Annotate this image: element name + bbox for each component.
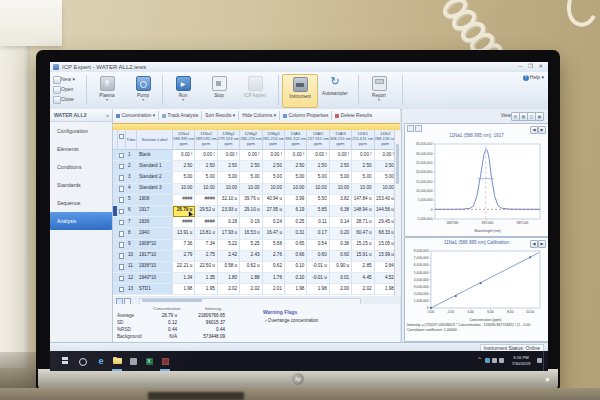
- result-cell[interactable]: 2.02: [218, 284, 240, 295]
- result-cell[interactable]: 0.20: [330, 228, 352, 239]
- result-cell[interactable]: 1.80: [218, 273, 240, 284]
- row-checkbox[interactable]: [118, 150, 126, 161]
- file-button-close[interactable]: Close: [52, 94, 84, 104]
- prev-wavelength-button[interactable]: ◀: [530, 126, 538, 134]
- result-cell[interactable]: 2.50: [195, 161, 217, 172]
- result-cell[interactable]: 10.00: [240, 184, 262, 195]
- notification-center-icon[interactable]: [537, 358, 542, 363]
- result-cell[interactable]: 0.10: [285, 262, 307, 273]
- taskbar-excel-button[interactable]: X: [142, 354, 156, 368]
- zoom-tool-icon[interactable]: [415, 125, 422, 132]
- result-cell[interactable]: 0.00 !: [195, 150, 217, 161]
- result-cell[interactable]: 0.00 !: [352, 150, 374, 161]
- result-cell[interactable]: 1.34: [173, 273, 195, 284]
- table-row[interactable]: 71936########0.180.190.240.250.110.1428.…: [113, 217, 400, 228]
- result-cell[interactable]: 0.54: [307, 240, 329, 251]
- result-cell[interactable]: 1.98: [307, 284, 329, 295]
- result-cell[interactable]: 15.15 u: [352, 240, 374, 251]
- column-header-11Na1[interactable]: 11Na1588.995 nmppm: [173, 130, 195, 150]
- row-checkbox[interactable]: [118, 251, 126, 262]
- select-all-checkbox[interactable]: [118, 130, 126, 150]
- result-cell[interactable]: 2.01: [263, 284, 285, 295]
- network-icon[interactable]: [485, 358, 490, 363]
- results-toolbar-concentration[interactable]: Concentration ▾: [113, 109, 158, 123]
- result-cell[interactable]: 0.60: [307, 251, 329, 262]
- collapse-icon[interactable]: «: [106, 109, 109, 121]
- result-cell[interactable]: 29.10 u: [240, 206, 262, 217]
- result-cell[interactable]: 5.25: [240, 240, 262, 251]
- result-cell[interactable]: 0.00 !: [218, 150, 240, 161]
- result-cell[interactable]: 0.24: [263, 217, 285, 228]
- result-cell[interactable]: 1.98: [173, 284, 195, 295]
- sidebar-item-configuration[interactable]: Configuration: [50, 122, 112, 140]
- result-cell[interactable]: 0.62 u: [240, 262, 262, 273]
- table-row[interactable]: 121940*101.341.351.801.881.760.10-0.01 u…: [113, 273, 400, 284]
- result-cell[interactable]: 3.82: [330, 195, 352, 206]
- table-row[interactable]: 51908########32.10 u39.76 u40.94 u3.995.…: [113, 195, 400, 206]
- results-toolbar-column-properties[interactable]: Column Properties: [280, 109, 331, 123]
- result-cell[interactable]: 23.93 u: [218, 206, 240, 217]
- result-cell[interactable]: 0.17: [307, 228, 329, 239]
- battery-icon[interactable]: [499, 358, 504, 363]
- result-cell[interactable]: 6.38: [330, 206, 352, 217]
- result-cell[interactable]: 2.50: [263, 161, 285, 172]
- column-header-13Al1[interactable]: 13Al1396.152 nmppm: [285, 130, 307, 150]
- result-cell[interactable]: 0.58 u: [218, 262, 240, 273]
- row-checkbox[interactable]: [118, 217, 126, 228]
- vertical-scrollbar[interactable]: [394, 130, 401, 296]
- result-cell[interactable]: 0.00 !: [173, 150, 195, 161]
- row-checkbox[interactable]: [118, 284, 126, 295]
- row-checkbox[interactable]: [118, 195, 126, 206]
- result-cell[interactable]: 2.50: [352, 161, 374, 172]
- taskbar-start-button[interactable]: [58, 354, 72, 368]
- result-cell[interactable]: 2.42: [218, 251, 240, 262]
- volume-icon[interactable]: [492, 358, 497, 363]
- result-cell[interactable]: 1.95: [195, 284, 217, 295]
- result-cell[interactable]: 28.71 u: [352, 217, 374, 228]
- sidebar-item-analysis[interactable]: Analysis: [50, 212, 112, 230]
- table-row[interactable]: 2Standard 12.502.502.502.502.502.502.502…: [113, 161, 400, 172]
- result-cell[interactable]: 15.91 u: [352, 251, 374, 262]
- run-button[interactable]: Run▾: [166, 74, 200, 106]
- result-cell[interactable]: 29.52 u: [195, 206, 217, 217]
- sidebar-item-sequence[interactable]: Sequence: [50, 194, 112, 212]
- result-cell[interactable]: 5.00: [307, 172, 329, 183]
- sidebar-item-elements[interactable]: Elements: [50, 140, 112, 158]
- view-layout-4-button[interactable]: ▣: [535, 112, 544, 121]
- next-wavelength-button[interactable]: ▶: [538, 126, 546, 134]
- result-cell[interactable]: 5.00: [352, 172, 374, 183]
- result-cell[interactable]: 0.60: [330, 251, 352, 262]
- sidebar-item-conditions[interactable]: Conditions: [50, 158, 112, 176]
- result-cell[interactable]: 2.76: [263, 251, 285, 262]
- result-cell[interactable]: 32.10 u: [218, 195, 240, 206]
- result-cell[interactable]: 0.19: [240, 217, 262, 228]
- help-button[interactable]: ?Help ▾: [523, 74, 544, 81]
- column-header-13Al2[interactable]: 13Al2237.312 nmppm: [307, 130, 329, 150]
- result-cell[interactable]: 2.50: [218, 161, 240, 172]
- pump-button[interactable]: Pump▾: [126, 74, 160, 106]
- result-cell[interactable]: 3.99: [285, 195, 307, 206]
- result-cell[interactable]: 28.79 u: [173, 206, 195, 217]
- column-header-12Mg2[interactable]: 12Mg2280.270 nmppm: [240, 130, 262, 150]
- result-cell[interactable]: 5.00: [263, 172, 285, 183]
- result-cell[interactable]: 5.00: [173, 172, 195, 183]
- result-cell[interactable]: 10.00: [307, 184, 329, 195]
- column-header-12Mg3[interactable]: 12Mg3285.213 nmppm: [263, 130, 285, 150]
- window-controls[interactable]: ─ ❐ ✕: [519, 63, 546, 69]
- plasma-button[interactable]: Plasma▾: [90, 74, 124, 106]
- row-checkbox[interactable]: [118, 161, 126, 172]
- result-cell[interactable]: 0.01: [330, 273, 352, 284]
- result-cell[interactable]: 0.00 !: [307, 150, 329, 161]
- row-checkbox[interactable]: [118, 273, 126, 284]
- results-toolbar-track-analysis[interactable]: Track Analysis: [159, 109, 201, 123]
- result-cell[interactable]: 0.38: [330, 240, 352, 251]
- result-cell[interactable]: 10.00: [195, 184, 217, 195]
- result-cell[interactable]: ####: [195, 195, 217, 206]
- row-checkbox[interactable]: [118, 240, 126, 251]
- result-cell[interactable]: ####: [173, 217, 195, 228]
- column-header-11Na2[interactable]: 11Na2589.592 nmppm: [195, 130, 217, 150]
- row-checkbox[interactable]: [118, 262, 126, 273]
- result-cell[interactable]: 1.98: [285, 284, 307, 295]
- taskbar-clock[interactable]: 3:16 PM 7/30/2019: [508, 355, 534, 367]
- result-cell[interactable]: 5.00: [218, 172, 240, 183]
